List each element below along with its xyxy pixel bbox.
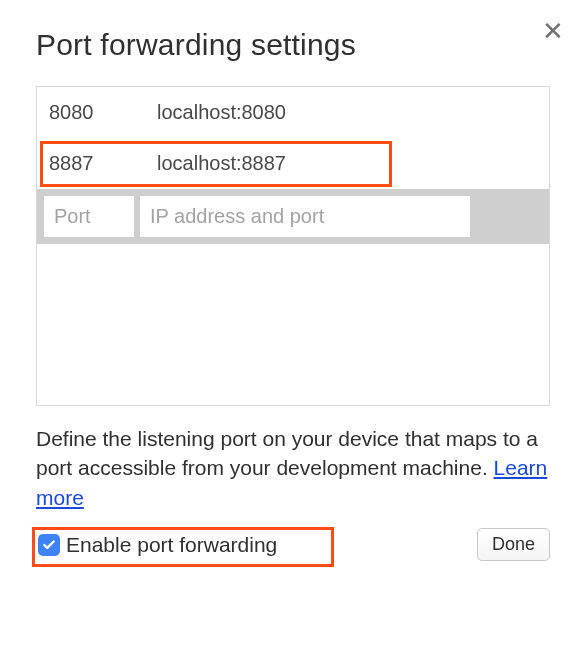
description-text: Define the listening port on your device…: [36, 424, 550, 512]
addr-value: localhost:8887: [157, 152, 537, 175]
port-forwarding-dialog: ✕ Port forwarding settings 8080 localhos…: [0, 0, 586, 589]
enable-label: Enable port forwarding: [66, 533, 277, 557]
description-body: Define the listening port on your device…: [36, 427, 538, 479]
checkmark-icon: [42, 538, 56, 552]
dialog-title: Port forwarding settings: [36, 28, 550, 62]
done-button[interactable]: Done: [477, 528, 550, 561]
port-value: 8080: [49, 101, 157, 124]
dialog-footer: Enable port forwarding Done: [36, 528, 550, 561]
port-value: 8887: [49, 152, 157, 175]
port-row[interactable]: 8887 localhost:8887: [37, 138, 549, 189]
port-row[interactable]: 8080 localhost:8080: [37, 87, 549, 138]
port-input[interactable]: [44, 196, 134, 237]
port-input-row: [37, 189, 549, 244]
enable-checkbox[interactable]: [38, 534, 60, 556]
addr-input[interactable]: [140, 196, 470, 237]
addr-value: localhost:8080: [157, 101, 537, 124]
close-icon[interactable]: ✕: [542, 18, 564, 44]
enable-port-forwarding-wrap: Enable port forwarding: [36, 529, 283, 561]
port-list-box: 8080 localhost:8080 8887 localhost:8887: [36, 86, 550, 406]
